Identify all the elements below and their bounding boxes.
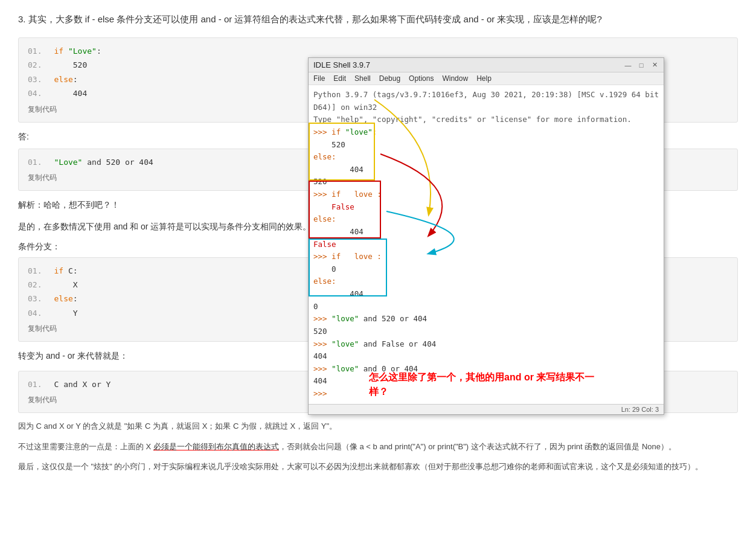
idle-output-line: >>> "love" and False or 404 bbox=[313, 338, 659, 351]
idle-output-line: >>> if love : bbox=[313, 188, 659, 201]
copy-button-2[interactable]: 复制代码 bbox=[28, 171, 57, 184]
idle-output-line: >>> if love : bbox=[313, 251, 659, 263]
idle-title: IDLE Shell 3.9.7 bbox=[313, 60, 370, 69]
idle-window-buttons: — □ ✕ bbox=[624, 61, 659, 69]
idle-body[interactable]: Python 3.9.7 (tags/v3.9.7:1016ef3, Aug 3… bbox=[309, 85, 664, 404]
close-button[interactable]: ✕ bbox=[650, 61, 659, 69]
note1: 因为 C and X or Y 的含义就是 "如果 C 为真，就返回 X；如果 … bbox=[18, 419, 738, 433]
underline-x: 必须是一个能得到布尔真值的表达式 bbox=[153, 442, 279, 451]
idle-shell-window: IDLE Shell 3.9.7 — □ ✕ File Edit Shell D… bbox=[308, 57, 664, 415]
menu-window[interactable]: Window bbox=[442, 74, 468, 83]
idle-output-line: False bbox=[313, 201, 659, 214]
idle-output-line: else: bbox=[313, 151, 659, 164]
menu-help[interactable]: Help bbox=[476, 74, 492, 83]
idle-statusbar: Ln: 29 Col: 3 bbox=[309, 404, 664, 414]
idle-output-line: 0 bbox=[313, 263, 659, 276]
copy-button-1[interactable]: 复制代码 bbox=[28, 103, 57, 116]
idle-output-line: >>> if "love": bbox=[313, 126, 659, 139]
maximize-button[interactable]: □ bbox=[637, 61, 645, 69]
note2: 不过这里需要注意的一点是：上面的 X 必须是一个能得到布尔真值的表达式，否则就会… bbox=[18, 440, 738, 453]
menu-file[interactable]: File bbox=[313, 74, 325, 83]
idle-menubar: File Edit Shell Debug Options Window Hel… bbox=[309, 72, 664, 85]
idle-output-line: Type "help", "copyright", "credits" or "… bbox=[313, 114, 659, 126]
idle-output-line: 404 bbox=[313, 226, 659, 239]
idle-output-line: 520 bbox=[313, 139, 659, 152]
idle-annotation: 怎么这里除了第一个，其他的用and or 来写结果不一样？ bbox=[369, 370, 598, 399]
copy-button-3[interactable]: 复制代码 bbox=[28, 322, 57, 335]
idle-output-line: 404 bbox=[313, 288, 659, 301]
copy-button-4[interactable]: 复制代码 bbox=[28, 394, 57, 406]
note3: 最后，这仅仅是一个 "炫技" 的小窍门，对于实际编程来说几乎没啥实际用处，大家可… bbox=[18, 460, 738, 473]
minimize-button[interactable]: — bbox=[624, 61, 632, 69]
idle-output-line: 520 bbox=[313, 325, 659, 338]
idle-output-line: 404 bbox=[313, 350, 659, 363]
code-line: 01. if "Love": bbox=[28, 44, 728, 58]
idle-output-line: 520 bbox=[313, 176, 659, 188]
idle-titlebar: IDLE Shell 3.9.7 — □ ✕ bbox=[309, 58, 664, 72]
menu-debug[interactable]: Debug bbox=[379, 74, 400, 83]
idle-output-line: 404 bbox=[313, 164, 659, 176]
idle-output-line: False bbox=[313, 239, 659, 251]
idle-output-line: else: bbox=[313, 213, 659, 226]
idle-output-line: >>> "love" and 520 or 404 bbox=[313, 313, 659, 325]
menu-options[interactable]: Options bbox=[409, 74, 434, 83]
menu-shell[interactable]: Shell bbox=[354, 74, 371, 83]
idle-output-line: else: bbox=[313, 275, 659, 288]
idle-output-line: Python 3.9.7 (tags/v3.9.7:1016ef3, Aug 3… bbox=[313, 89, 659, 101]
question-title: 3. 其实，大多数 if - else 条件分支还可以使用 and - or 运… bbox=[18, 12, 738, 27]
idle-output-line: D64)] on win32 bbox=[313, 101, 659, 114]
menu-edit[interactable]: Edit bbox=[333, 74, 346, 83]
idle-output-line: 0 bbox=[313, 301, 659, 313]
